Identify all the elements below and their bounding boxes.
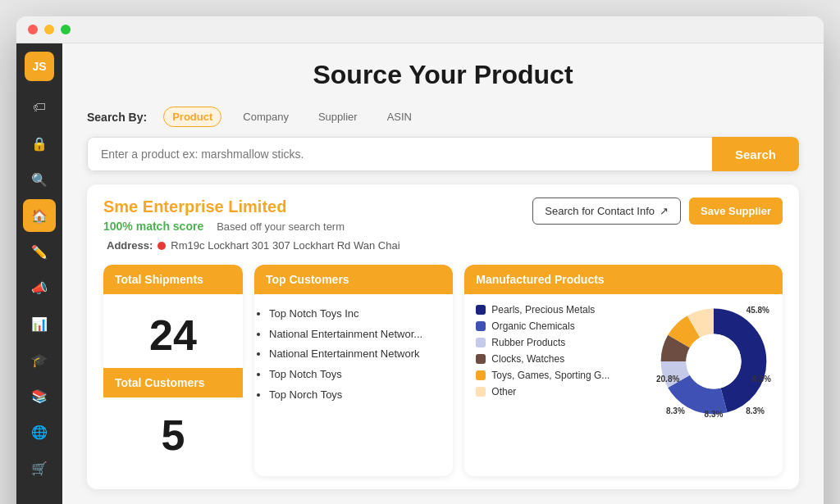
sidebar-item-chart[interactable]: 📊 xyxy=(23,307,56,340)
maximize-button[interactable] xyxy=(61,25,71,34)
result-actions: Search for Contact Info ↗ Save Supplier xyxy=(532,198,783,225)
top-customers-header: Top Customers xyxy=(254,265,453,294)
sidebar-item-tag[interactable]: 🏷 xyxy=(23,91,56,124)
company-name: Sme Enterprise Limited xyxy=(103,198,345,216)
list-item: Top Notch Toys xyxy=(269,365,438,385)
total-shipments-box: Total Shipments 24 xyxy=(103,265,243,368)
tab-asin[interactable]: ASIN xyxy=(379,107,420,127)
stats-row: Total Shipments 24 Total Customers 5 Top… xyxy=(103,265,783,476)
legend-label: Clocks, Watches xyxy=(491,353,564,365)
sidebar-item-book[interactable]: 📚 xyxy=(23,379,56,412)
manufactured-box: Manufactured Products Pearls, Precious M… xyxy=(464,265,783,476)
sidebar-item-cap[interactable]: 🎓 xyxy=(23,343,56,376)
close-button[interactable] xyxy=(28,25,38,34)
sidebar-logo: JS xyxy=(25,52,54,81)
manufactured-inner: Pearls, Precious Metals Organic Chemical… xyxy=(464,294,783,429)
legend-label: Other xyxy=(491,386,516,397)
legend-item: Toys, Games, Sporting G... xyxy=(476,370,646,381)
donut-chart: 45.8% 20.8% 8.3% 8.3% 8.3% 8.3% xyxy=(656,304,771,419)
sidebar-item-lock[interactable]: 🔒 xyxy=(23,127,56,160)
external-link-icon: ↗ xyxy=(660,205,669,217)
customers-header: Total Customers xyxy=(103,368,243,397)
legend-label: Pearls, Precious Metals xyxy=(491,304,595,316)
sidebar-item-search[interactable]: 🔍 xyxy=(23,163,56,196)
legend-color-pearls xyxy=(476,305,486,315)
legend-color-other xyxy=(476,387,486,397)
sidebar: JS 🏷 🔒 🔍 🏠 ✏️ 📣 📊 🎓 📚 🌐 🛒 xyxy=(16,43,62,504)
svg-point-6 xyxy=(686,334,741,388)
title-bar xyxy=(16,16,824,43)
search-input-row: Search xyxy=(87,137,799,171)
shipments-value: 24 xyxy=(103,294,243,368)
save-supplier-button[interactable]: Save Supplier xyxy=(689,198,783,225)
top-customers-box: Top Customers Top Notch Toys Inc Nationa… xyxy=(254,265,453,476)
match-desc: Based off your search term xyxy=(217,220,345,233)
result-info: Sme Enterprise Limited 100% match score … xyxy=(103,198,345,233)
manufactured-header: Manufactured Products xyxy=(464,265,783,294)
legend-label: Rubber Products xyxy=(491,337,565,348)
donut-svg xyxy=(656,304,771,419)
list-item: National Entertainment Network xyxy=(269,344,438,365)
legend-color-toys xyxy=(476,370,486,380)
legend-label: Toys, Games, Sporting G... xyxy=(491,370,609,381)
legend-item: Rubber Products xyxy=(476,337,646,348)
sidebar-item-pencil[interactable]: ✏️ xyxy=(23,235,56,268)
tab-product[interactable]: Product xyxy=(163,107,221,127)
sidebar-item-cart[interactable]: 🛒 xyxy=(23,452,56,484)
list-item: Top Notch Toys Inc xyxy=(269,304,438,325)
top-customers-list: Top Notch Toys Inc National Entertainmen… xyxy=(254,294,453,415)
list-item: Top Norch Toys xyxy=(269,385,438,406)
contact-info-button[interactable]: Search for Contact Info ↗ xyxy=(532,198,681,225)
list-item: National Entertainment Networ... xyxy=(269,325,438,345)
minimize-button[interactable] xyxy=(44,25,54,34)
result-header: Sme Enterprise Limited 100% match score … xyxy=(103,198,783,233)
tab-supplier[interactable]: Supplier xyxy=(310,107,366,127)
legend-color-organic xyxy=(476,321,486,331)
search-input[interactable] xyxy=(87,137,712,171)
address-row: Address: Rm19c Lockhart 301 307 Lockhart… xyxy=(103,239,783,252)
search-by-label: Search By: xyxy=(87,111,147,124)
sidebar-item-globe[interactable]: 🌐 xyxy=(23,415,56,448)
customers-value: 5 xyxy=(103,397,243,476)
legend-label: Organic Chemicals xyxy=(491,320,574,332)
left-stat-column: Total Shipments 24 Total Customers 5 xyxy=(103,265,243,476)
legend-item: Organic Chemicals xyxy=(476,320,646,332)
legend-item: Pearls, Precious Metals xyxy=(476,304,646,316)
sidebar-item-megaphone[interactable]: 📣 xyxy=(23,271,56,304)
app-body: JS 🏷 🔒 🔍 🏠 ✏️ 📣 📊 🎓 📚 🌐 🛒 Source Your Pr… xyxy=(16,43,824,504)
address-pin-icon xyxy=(158,242,166,250)
main-content: Source Your Product Search By: Product C… xyxy=(62,43,824,504)
shipments-header: Total Shipments xyxy=(103,265,243,294)
legend-item: Other xyxy=(476,386,646,397)
result-card: Sme Enterprise Limited 100% match score … xyxy=(87,184,799,489)
legend-color-clocks xyxy=(476,354,486,364)
page-title: Source Your Product xyxy=(87,60,799,90)
search-tabs: Product Company Supplier ASIN xyxy=(163,107,420,127)
search-button[interactable]: Search xyxy=(712,137,799,171)
legend-color-rubber xyxy=(476,338,486,347)
app-window: JS 🏷 🔒 🔍 🏠 ✏️ 📣 📊 🎓 📚 🌐 🛒 Source Your Pr… xyxy=(16,16,824,504)
legend-list: Pearls, Precious Metals Organic Chemical… xyxy=(476,304,646,419)
match-score: 100% match score xyxy=(103,220,203,233)
legend-item: Clocks, Watches xyxy=(476,353,646,365)
sidebar-item-home[interactable]: 🏠 xyxy=(23,199,56,232)
search-bar-area: Search By: Product Company Supplier ASIN xyxy=(87,107,799,127)
tab-company[interactable]: Company xyxy=(235,107,297,127)
